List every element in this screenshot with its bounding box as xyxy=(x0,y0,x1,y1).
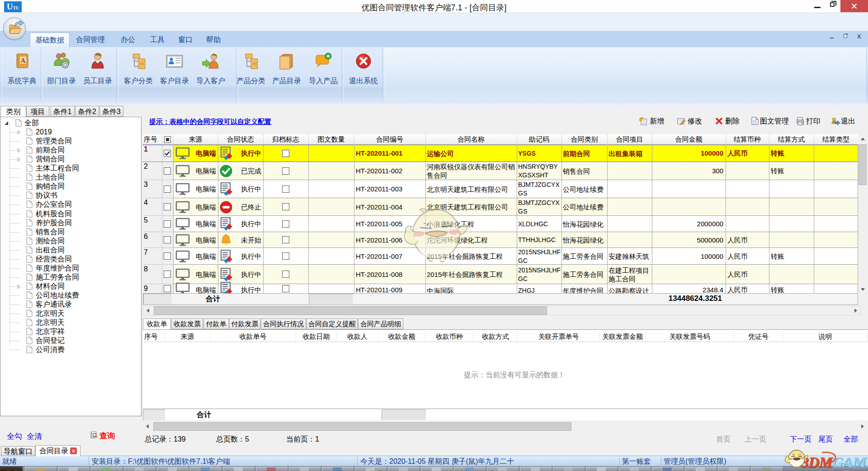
svg-text:A: A xyxy=(20,57,25,64)
